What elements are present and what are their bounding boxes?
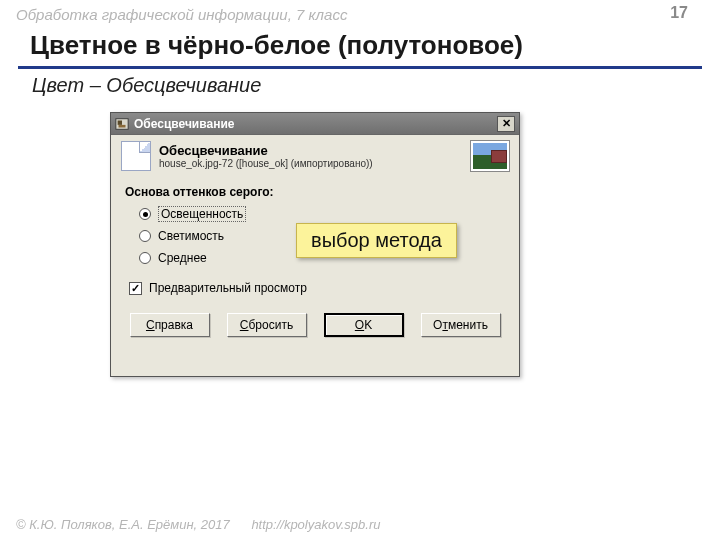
close-icon: ✕ [502, 117, 511, 130]
svg-rect-1 [118, 120, 122, 124]
dialog-button-row: Справка Сбросить OK Отменить [111, 299, 519, 337]
checkbox-label: Предварительный просмотр [149, 281, 307, 295]
course-header: Обработка графической информации, 7 клас… [16, 6, 347, 23]
group-label: Основа оттенков серого: [111, 175, 519, 203]
ok-button[interactable]: OK [324, 313, 404, 337]
reset-button[interactable]: Сбросить [227, 313, 307, 337]
close-button[interactable]: ✕ [497, 116, 515, 132]
checkbox-icon [129, 282, 142, 295]
dialog-header-title: Обесцвечивание [159, 143, 463, 158]
footer: © К.Ю. Поляков, Е.А. Ерёмин, 2017 http:/… [16, 517, 380, 532]
footer-link: http://kpolyakov.spb.ru [251, 517, 380, 532]
dialog-header-texts: Обесцвечивание house_ok.jpg-72 ([house_o… [159, 143, 463, 169]
radio-icon [139, 252, 151, 264]
dialog-header-subtitle: house_ok.jpg-72 ([house_ok] (импортирова… [159, 158, 463, 169]
app-icon [115, 117, 129, 131]
page-number: 17 [670, 4, 688, 22]
radio-label: Светимость [158, 229, 224, 243]
help-button[interactable]: Справка [130, 313, 210, 337]
title-divider [18, 66, 702, 69]
file-icon [121, 141, 151, 171]
checkbox-preview[interactable]: Предварительный просмотр [111, 269, 519, 299]
radio-label: Освещенность [158, 206, 246, 222]
callout-method: выбор метода [296, 223, 457, 258]
cancel-button[interactable]: Отменить [421, 313, 501, 337]
svg-rect-2 [119, 124, 126, 127]
slide-subtitle: Цвет – Обесцвечивание [32, 74, 261, 97]
radio-icon [139, 208, 151, 220]
dialog-header: Обесцвечивание house_ok.jpg-72 ([house_o… [111, 135, 519, 175]
radio-label: Среднее [158, 251, 207, 265]
dialog-titlebar-text: Обесцвечивание [134, 117, 497, 131]
dialog-titlebar[interactable]: Обесцвечивание ✕ [111, 113, 519, 135]
footer-copyright: © К.Ю. Поляков, Е.А. Ерёмин, 2017 [16, 517, 230, 532]
radio-lightness[interactable]: Освещенность [111, 203, 519, 225]
slide-title: Цветное в чёрно-белое (полутоновое) [30, 30, 523, 61]
radio-icon [139, 230, 151, 242]
preview-thumbnail [471, 141, 509, 171]
